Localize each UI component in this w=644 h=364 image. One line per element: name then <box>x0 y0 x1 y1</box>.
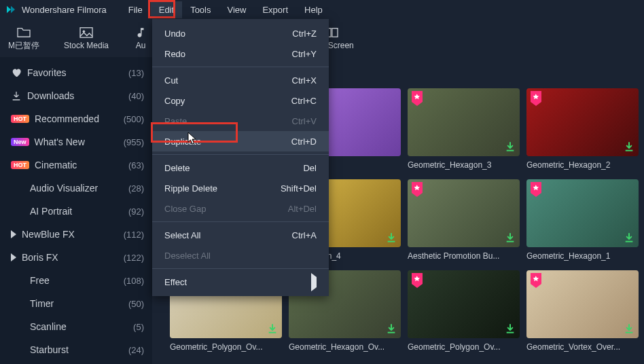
menu-separator <box>152 268 329 269</box>
download-icon[interactable] <box>267 323 278 334</box>
sidebar-item-favorites[interactable]: Favorites(13) <box>5 61 149 84</box>
svg-rect-8 <box>507 150 514 151</box>
menu-item-shortcut: Shift+Del <box>281 183 317 194</box>
menu-item-close-gap: Close GapAlt+Del <box>152 198 329 219</box>
download-icon[interactable] <box>505 232 516 243</box>
svg-rect-14 <box>388 332 395 333</box>
asset-card[interactable]: Geometric_Polygon_Ov... <box>408 270 520 352</box>
asset-card[interactable]: Geometric_Hexagon_1 <box>526 179 639 261</box>
menu-item-undo[interactable]: UndoCtrl+Z <box>152 23 329 43</box>
sidebar-item-what's-new[interactable]: NewWhat's New(955) <box>5 130 149 153</box>
download-icon[interactable] <box>624 141 634 152</box>
download-icon <box>11 90 22 101</box>
menu-item-shortcut: Ctrl+Y <box>292 49 317 59</box>
menu-item-shortcut: Ctrl+C <box>291 96 317 106</box>
sidebar-item-newblue-fx[interactable]: NewBlue FX(112) <box>5 223 149 246</box>
sidebar: Favorites(13)Downloads(40)HOTRecommended… <box>0 57 152 364</box>
asset-card[interactable]: Geometric_Vortex_Over... <box>526 270 639 352</box>
badge: HOT <box>11 161 29 169</box>
asset-thumbnail <box>526 270 639 338</box>
menu-item-label: Redo <box>164 49 185 59</box>
menu-item-redo[interactable]: RedoCtrl+Y <box>152 43 329 64</box>
download-icon[interactable] <box>386 323 397 334</box>
sidebar-item-cinematic[interactable]: HOTCinematic(63) <box>5 153 149 177</box>
download-icon[interactable] <box>386 232 397 243</box>
toolbar-au[interactable]: Au <box>133 26 148 50</box>
menu-file[interactable]: File <box>120 1 151 18</box>
asset-card[interactable]: Geometric_Hexagon_3 <box>408 88 520 170</box>
menu-item-shortcut: Ctrl+X <box>292 75 317 86</box>
sidebar-label: Free <box>30 275 50 286</box>
sidebar-item-ai-portrait[interactable]: AI Portrait(92) <box>5 200 149 223</box>
menu-item-shortcut: Ctrl+V <box>292 116 317 126</box>
menu-item-label: Cut <box>164 75 178 86</box>
menu-edit[interactable]: Edit <box>151 1 182 18</box>
edit-dropdown-menu: UndoCtrl+ZRedoCtrl+YCutCtrl+XCopyCtrl+CP… <box>152 19 329 296</box>
sidebar-item-free[interactable]: Free(108) <box>5 269 149 292</box>
menu-item-cut[interactable]: CutCtrl+X <box>152 70 329 90</box>
menu-help[interactable]: Help <box>296 1 331 18</box>
toolbar-label: Au <box>136 41 146 50</box>
asset-card[interactable]: Aesthetic Promotion Bu... <box>408 179 520 261</box>
sidebar-label: Cinematic <box>35 160 77 170</box>
download-icon[interactable] <box>505 323 516 334</box>
sidebar-label: Favorites <box>27 67 67 78</box>
asset-title: Geometric_Polygon_Ov... <box>408 342 520 352</box>
badge: New <box>11 138 29 146</box>
sidebar-count: (122) <box>124 253 144 263</box>
sidebar-count: (112) <box>124 230 144 240</box>
asset-title: Geometric_Hexagon_Ov... <box>289 342 401 352</box>
asset-title: Geometric_Hexagon_1 <box>526 251 639 261</box>
menu-export[interactable]: Export <box>254 1 296 18</box>
mouse-cursor-icon <box>187 132 197 145</box>
premium-badge-icon <box>529 182 543 197</box>
menu-item-select-all[interactable]: Select AllCtrl+A <box>152 225 329 245</box>
menu-tools[interactable]: Tools <box>182 1 219 18</box>
menu-item-deselect-all: Deselect All <box>152 245 329 266</box>
toolbar-stock-media[interactable]: Stock Media <box>64 26 109 50</box>
premium-badge-icon <box>529 273 543 288</box>
sidebar-count: (955) <box>124 137 144 147</box>
sidebar-item-timer[interactable]: Timer(50) <box>5 292 149 315</box>
asset-thumbnail <box>408 270 520 338</box>
asset-card[interactable]: Geometric_Hexagon_2 <box>526 88 639 170</box>
menu-item-label: Delete <box>164 163 190 173</box>
menu-separator <box>152 154 329 155</box>
expand-icon <box>11 253 16 261</box>
menu-view[interactable]: View <box>219 1 254 18</box>
svg-rect-16 <box>626 332 633 333</box>
menu-item-delete[interactable]: DeleteDel <box>152 158 329 178</box>
download-icon[interactable] <box>624 232 634 243</box>
menu-item-shortcut: Ctrl+D <box>291 136 317 147</box>
folder-icon <box>16 25 31 39</box>
expand-icon <box>11 230 16 238</box>
sidebar-item-starburst[interactable]: Starburst(24) <box>5 338 149 361</box>
sidebar-label: Starburst <box>30 344 69 355</box>
sidebar-label: Scanline <box>30 321 67 332</box>
toolbar-label: Stock Media <box>64 41 109 50</box>
badge: HOT <box>11 115 29 123</box>
toolbar-label: M已暂停 <box>8 40 39 52</box>
sidebar-count: (28) <box>128 183 144 194</box>
download-icon[interactable] <box>505 141 516 152</box>
asset-title: Aesthetic Promotion Bu... <box>408 251 520 261</box>
asset-title: Geometric_Vortex_Over... <box>526 342 639 352</box>
sidebar-item-scanline[interactable]: Scanline(5) <box>5 315 149 338</box>
heart-icon <box>11 67 22 78</box>
menu-item-effect[interactable]: Effect <box>152 272 329 292</box>
sidebar-item-audio-visualizer[interactable]: Audio Visualizer(28) <box>5 177 149 200</box>
sidebar-item-recommended[interactable]: HOTRecommended(500) <box>5 107 149 130</box>
menu-item-paste: PasteCtrl+V <box>152 111 329 131</box>
menu-item-label: Ripple Delete <box>164 183 217 194</box>
download-icon[interactable] <box>624 323 634 334</box>
toolbar-m已暂停[interactable]: M已暂停 <box>8 25 39 52</box>
menu-item-ripple-delete[interactable]: Ripple DeleteShift+Del <box>152 178 329 198</box>
menu-item-copy[interactable]: CopyCtrl+C <box>152 90 329 111</box>
menu-item-duplicate[interactable]: DuplicateCtrl+D <box>152 131 329 151</box>
menu-bar: FileEditToolsViewExportHelp <box>120 1 331 18</box>
premium-badge-icon <box>410 182 424 197</box>
sidebar-count: (40) <box>128 91 144 101</box>
menu-item-label: Paste <box>164 116 187 126</box>
sidebar-item-downloads[interactable]: Downloads(40) <box>5 84 149 107</box>
sidebar-item-boris-fx[interactable]: Boris FX(122) <box>5 246 149 269</box>
